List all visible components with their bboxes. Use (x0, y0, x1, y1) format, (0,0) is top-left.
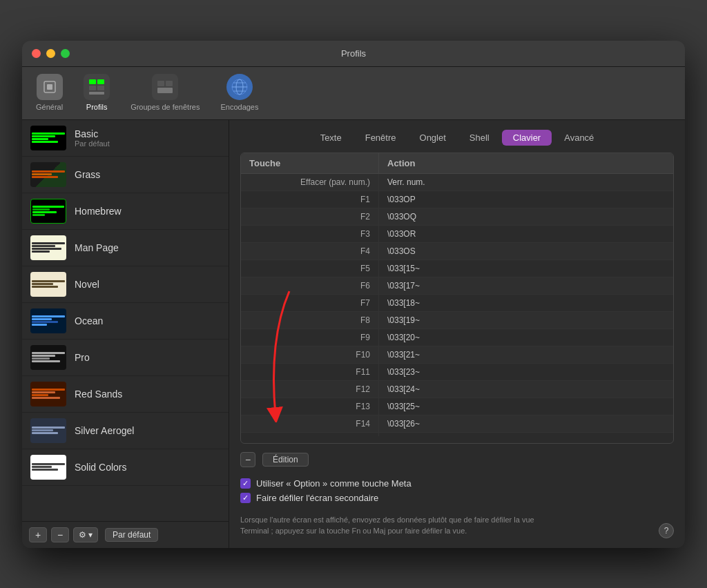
profile-name-basic: Basic (75, 128, 220, 139)
close-button[interactable] (32, 49, 41, 58)
svg-rect-1 (47, 84, 52, 90)
table-row[interactable]: F6 \033[17~ (241, 277, 673, 295)
table-row[interactable]: F12 \033[24~ (241, 381, 673, 398)
profile-info-homebrew: Homebrew (75, 206, 220, 217)
profile-item-silveraerogel[interactable]: Silver Aerogel (22, 413, 229, 449)
help-button[interactable]: ? (659, 523, 674, 538)
table-row[interactable]: F14 \033[26~ (241, 415, 673, 433)
toolbar-item-groups[interactable]: Groupes de fenêtres (130, 74, 200, 111)
profile-item-redsands[interactable]: Red Sands (22, 376, 229, 413)
toolbar-item-profiles[interactable]: Profils (84, 74, 110, 111)
svg-rect-9 (157, 88, 173, 93)
td-key: F11 (241, 364, 379, 380)
general-label: Général (36, 103, 63, 111)
td-key: F6 (241, 277, 379, 294)
td-action: \033[19~ (379, 312, 673, 329)
table-row[interactable]: F2 \033OQ (241, 208, 673, 226)
encodages-icon (226, 74, 253, 100)
svg-rect-6 (89, 92, 104, 95)
tab-clavier[interactable]: Clavier (502, 130, 552, 146)
profile-thumb-manpage (30, 235, 66, 260)
td-key: F5 (241, 260, 379, 277)
profiles-icon (84, 74, 110, 100)
td-action: \033[25~ (379, 398, 673, 415)
td-key: F14 (241, 415, 379, 432)
svg-rect-7 (157, 81, 164, 86)
profile-item-ocean[interactable]: Ocean (22, 303, 229, 340)
profile-thumb-grass (30, 162, 66, 187)
maximize-button[interactable] (61, 49, 70, 58)
table-row[interactable]: F9 \033[20~ (241, 329, 673, 346)
tab-onglet[interactable]: Onglet (409, 130, 457, 146)
table-row[interactable]: Effacer (pav. num.) Verr. num. (241, 174, 673, 191)
table-row[interactable]: F7 \033[18~ (241, 295, 673, 312)
profile-item-pro[interactable]: Pro (22, 340, 229, 376)
profile-info-grass: Grass (75, 169, 220, 180)
tab-fenetre[interactable]: Fenêtre (354, 130, 407, 146)
profile-name-ocean: Ocean (75, 315, 220, 326)
checkbox-scroll-label: Faire défiler l'écran secondaire (256, 493, 378, 503)
profile-name-silveraerogel: Silver Aerogel (75, 425, 220, 436)
td-key: F12 (241, 381, 379, 398)
gear-button[interactable]: ⚙ ▾ (73, 527, 98, 542)
table-row[interactable]: F11 \033[23~ (241, 364, 673, 381)
toolbar-item-encodages[interactable]: Encodages (220, 74, 258, 111)
table-row[interactable]: F15 \033[28~ (241, 433, 673, 436)
profile-info-redsands: Red Sands (75, 389, 220, 400)
bottom-bar: − Édition (240, 451, 674, 469)
traffic-lights (32, 49, 70, 58)
table-row[interactable]: F13 \033[25~ (241, 398, 673, 415)
remove-keybind-button[interactable]: − (240, 452, 255, 467)
profile-name-redsands: Red Sands (75, 389, 220, 400)
encodages-label: Encodages (220, 103, 258, 111)
td-action: Verr. num. (379, 174, 673, 190)
td-action: \033[15~ (379, 260, 673, 277)
profile-info-silveraerogel: Silver Aerogel (75, 425, 220, 436)
remove-profile-button[interactable]: − (51, 527, 69, 542)
profile-item-solidcolors[interactable]: Solid Colors (22, 449, 229, 486)
col-touche: Touche (241, 153, 379, 173)
bottom-buttons: − (240, 452, 255, 467)
table-row[interactable]: F4 \033OS (241, 243, 673, 260)
td-action: \033[23~ (379, 364, 673, 380)
add-profile-button[interactable]: + (29, 527, 47, 542)
minimize-button[interactable] (46, 49, 55, 58)
tab-shell[interactable]: Shell (458, 130, 501, 146)
sidebar: Basic Par défaut Grass (22, 120, 229, 548)
edition-button[interactable]: Édition (262, 453, 309, 467)
titlebar: Profils (22, 41, 685, 67)
table-row[interactable]: F8 \033[19~ (241, 312, 673, 329)
td-action: \033[26~ (379, 415, 673, 432)
table-row[interactable]: F1 \033OP (241, 191, 673, 208)
profile-name-pro: Pro (75, 352, 220, 363)
profile-thumb-pro (30, 345, 66, 370)
td-key: F1 (241, 191, 379, 208)
profile-item-homebrew[interactable]: Homebrew (22, 193, 229, 230)
profile-item-novel[interactable]: Novel (22, 266, 229, 303)
profile-thumb-solidcolors (30, 455, 66, 480)
profile-item-manpage[interactable]: Man Page (22, 230, 229, 266)
svg-rect-2 (89, 79, 96, 84)
profile-name-manpage: Man Page (75, 242, 220, 253)
profile-info-ocean: Ocean (75, 315, 220, 326)
profile-item-grass[interactable]: Grass (22, 157, 229, 193)
profiles-label: Profils (86, 103, 108, 111)
checkbox-option[interactable]: ✓ (240, 478, 251, 489)
sidebar-footer: + − ⚙ ▾ Par défaut (22, 521, 229, 548)
svg-rect-8 (166, 81, 173, 86)
content-area: Basic Par défaut Grass (22, 120, 685, 548)
general-icon (37, 74, 63, 100)
default-button[interactable]: Par défaut (105, 528, 158, 542)
table-row[interactable]: F5 \033[15~ (241, 260, 673, 277)
checkbox-row-option: ✓ Utiliser « Option » comme touche Meta (240, 478, 674, 489)
tab-avance[interactable]: Avancé (553, 130, 605, 146)
table-body[interactable]: Effacer (pav. num.) Verr. num. F1 \033OP… (241, 174, 673, 436)
profile-item-basic[interactable]: Basic Par défaut (22, 120, 229, 157)
checkbox-scroll[interactable]: ✓ (240, 493, 251, 503)
info-row: Lorsque l'autre écran est affiché, envoy… (240, 513, 674, 538)
tab-texte[interactable]: Texte (309, 130, 353, 146)
svg-rect-5 (97, 86, 104, 90)
toolbar-item-general[interactable]: Général (36, 74, 63, 111)
table-row[interactable]: F10 \033[21~ (241, 346, 673, 364)
table-row[interactable]: F3 \033OR (241, 226, 673, 243)
